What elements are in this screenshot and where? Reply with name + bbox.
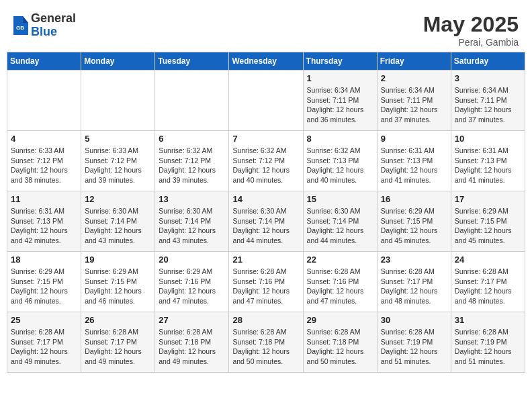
day-number: 1 (307, 73, 373, 83)
logo: GB General Blue (13, 12, 76, 39)
day-number: 5 (85, 134, 151, 144)
calendar-day-cell (229, 71, 303, 131)
day-number: 11 (11, 194, 77, 204)
day-number: 29 (307, 315, 373, 325)
calendar-day-cell: 10Sunrise: 6:31 AM Sunset: 7:13 PM Dayli… (451, 131, 525, 191)
day-info: Sunrise: 6:28 AM Sunset: 7:17 PM Dayligh… (11, 327, 77, 367)
calendar-location: Perai, Gambia (423, 37, 519, 48)
calendar-day-cell: 12Sunrise: 6:30 AM Sunset: 7:14 PM Dayli… (81, 191, 155, 252)
day-info: Sunrise: 6:29 AM Sunset: 7:15 PM Dayligh… (11, 267, 77, 306)
day-number: 22 (307, 255, 373, 265)
calendar-day-cell: 13Sunrise: 6:30 AM Sunset: 7:14 PM Dayli… (155, 191, 229, 252)
calendar-day-cell: 22Sunrise: 6:28 AM Sunset: 7:16 PM Dayli… (303, 252, 377, 312)
calendar-day-cell: 15Sunrise: 6:30 AM Sunset: 7:14 PM Dayli… (303, 191, 377, 252)
calendar-day-cell: 29Sunrise: 6:28 AM Sunset: 7:18 PM Dayli… (303, 312, 377, 373)
day-info: Sunrise: 6:29 AM Sunset: 7:15 PM Dayligh… (455, 206, 521, 246)
day-info: Sunrise: 6:31 AM Sunset: 7:13 PM Dayligh… (381, 146, 447, 185)
calendar-week-row: 4Sunrise: 6:33 AM Sunset: 7:12 PM Daylig… (7, 131, 525, 191)
calendar-day-cell: 30Sunrise: 6:28 AM Sunset: 7:19 PM Dayli… (377, 312, 451, 373)
day-of-week-header: Wednesday (229, 52, 303, 71)
calendar-day-cell: 18Sunrise: 6:29 AM Sunset: 7:15 PM Dayli… (7, 252, 81, 312)
calendar-day-cell (155, 71, 229, 131)
calendar-day-cell: 31Sunrise: 6:28 AM Sunset: 7:19 PM Dayli… (451, 312, 525, 373)
day-info: Sunrise: 6:28 AM Sunset: 7:17 PM Dayligh… (455, 267, 521, 306)
day-number: 15 (307, 194, 373, 204)
day-info: Sunrise: 6:28 AM Sunset: 7:19 PM Dayligh… (455, 327, 521, 367)
day-info: Sunrise: 6:33 AM Sunset: 7:12 PM Dayligh… (85, 146, 151, 185)
day-number: 27 (159, 315, 225, 325)
logo-general-text: General (31, 12, 76, 26)
calendar-day-cell: 4Sunrise: 6:33 AM Sunset: 7:12 PM Daylig… (7, 131, 81, 191)
logo-text: General Blue (31, 12, 76, 39)
day-number: 14 (232, 194, 299, 204)
day-number: 28 (232, 315, 299, 325)
day-info: Sunrise: 6:28 AM Sunset: 7:18 PM Dayligh… (159, 327, 225, 367)
calendar-day-cell (81, 71, 155, 131)
day-info: Sunrise: 6:30 AM Sunset: 7:14 PM Dayligh… (85, 206, 151, 246)
calendar-day-cell: 17Sunrise: 6:29 AM Sunset: 7:15 PM Dayli… (451, 191, 525, 252)
calendar-header-row: SundayMondayTuesdayWednesdayThursdayFrid… (7, 52, 525, 71)
day-number: 8 (307, 134, 373, 144)
day-info: Sunrise: 6:28 AM Sunset: 7:19 PM Dayligh… (381, 327, 447, 367)
day-info: Sunrise: 6:30 AM Sunset: 7:14 PM Dayligh… (232, 206, 299, 246)
calendar-day-cell: 6Sunrise: 6:32 AM Sunset: 7:12 PM Daylig… (155, 131, 229, 191)
day-info: Sunrise: 6:34 AM Sunset: 7:11 PM Dayligh… (381, 85, 447, 125)
day-of-week-header: Monday (81, 52, 155, 71)
day-info: Sunrise: 6:28 AM Sunset: 7:16 PM Dayligh… (232, 267, 299, 306)
day-number: 13 (159, 194, 225, 204)
day-number: 2 (381, 73, 447, 83)
calendar-day-cell: 1Sunrise: 6:34 AM Sunset: 7:11 PM Daylig… (303, 71, 377, 131)
day-info: Sunrise: 6:31 AM Sunset: 7:13 PM Dayligh… (11, 206, 77, 246)
day-number: 6 (159, 134, 225, 144)
calendar-day-cell: 25Sunrise: 6:28 AM Sunset: 7:17 PM Dayli… (7, 312, 81, 373)
day-info: Sunrise: 6:28 AM Sunset: 7:18 PM Dayligh… (307, 327, 373, 367)
day-info: Sunrise: 6:32 AM Sunset: 7:13 PM Dayligh… (307, 146, 373, 185)
day-info: Sunrise: 6:28 AM Sunset: 7:17 PM Dayligh… (381, 267, 447, 306)
day-number: 10 (455, 134, 521, 144)
day-info: Sunrise: 6:28 AM Sunset: 7:17 PM Dayligh… (85, 327, 151, 367)
logo-icon: GB (13, 16, 28, 35)
day-number: 7 (232, 134, 299, 144)
calendar-day-cell: 21Sunrise: 6:28 AM Sunset: 7:16 PM Dayli… (229, 252, 303, 312)
calendar-week-row: 25Sunrise: 6:28 AM Sunset: 7:17 PM Dayli… (7, 312, 525, 373)
day-info: Sunrise: 6:32 AM Sunset: 7:12 PM Dayligh… (232, 146, 299, 185)
day-info: Sunrise: 6:29 AM Sunset: 7:15 PM Dayligh… (85, 267, 151, 306)
logo-blue-text: Blue (31, 26, 76, 39)
calendar-day-cell: 16Sunrise: 6:29 AM Sunset: 7:15 PM Dayli… (377, 191, 451, 252)
calendar-day-cell: 11Sunrise: 6:31 AM Sunset: 7:13 PM Dayli… (7, 191, 81, 252)
day-number: 21 (232, 255, 299, 265)
day-info: Sunrise: 6:32 AM Sunset: 7:12 PM Dayligh… (159, 146, 225, 185)
calendar-week-row: 1Sunrise: 6:34 AM Sunset: 7:11 PM Daylig… (7, 71, 525, 131)
calendar-week-row: 11Sunrise: 6:31 AM Sunset: 7:13 PM Dayli… (7, 191, 525, 252)
day-info: Sunrise: 6:34 AM Sunset: 7:11 PM Dayligh… (455, 85, 521, 125)
calendar-day-cell: 19Sunrise: 6:29 AM Sunset: 7:15 PM Dayli… (81, 252, 155, 312)
day-number: 12 (85, 194, 151, 204)
day-number: 23 (381, 255, 447, 265)
day-of-week-header: Sunday (7, 52, 81, 71)
calendar-day-cell: 5Sunrise: 6:33 AM Sunset: 7:12 PM Daylig… (81, 131, 155, 191)
day-number: 3 (455, 73, 521, 83)
day-of-week-header: Thursday (303, 52, 377, 71)
day-number: 31 (455, 315, 521, 325)
title-block: May 2025 Perai, Gambia (423, 12, 519, 48)
day-info: Sunrise: 6:30 AM Sunset: 7:14 PM Dayligh… (307, 206, 373, 246)
day-number: 25 (11, 315, 77, 325)
day-number: 18 (11, 255, 77, 265)
calendar-day-cell (7, 71, 81, 131)
calendar-title: May 2025 (423, 12, 519, 37)
calendar-week-row: 18Sunrise: 6:29 AM Sunset: 7:15 PM Dayli… (7, 252, 525, 312)
calendar-day-cell: 7Sunrise: 6:32 AM Sunset: 7:12 PM Daylig… (229, 131, 303, 191)
calendar-day-cell: 14Sunrise: 6:30 AM Sunset: 7:14 PM Dayli… (229, 191, 303, 252)
svg-text:GB: GB (16, 25, 24, 31)
day-number: 24 (455, 255, 521, 265)
day-of-week-header: Friday (377, 52, 451, 71)
day-number: 30 (381, 315, 447, 325)
day-number: 4 (11, 134, 77, 144)
day-info: Sunrise: 6:34 AM Sunset: 7:11 PM Dayligh… (307, 85, 373, 125)
day-info: Sunrise: 6:28 AM Sunset: 7:18 PM Dayligh… (232, 327, 299, 367)
day-number: 20 (159, 255, 225, 265)
calendar-day-cell: 23Sunrise: 6:28 AM Sunset: 7:17 PM Dayli… (377, 252, 451, 312)
day-of-week-header: Tuesday (155, 52, 229, 71)
calendar-day-cell: 28Sunrise: 6:28 AM Sunset: 7:18 PM Dayli… (229, 312, 303, 373)
day-number: 16 (381, 194, 447, 204)
